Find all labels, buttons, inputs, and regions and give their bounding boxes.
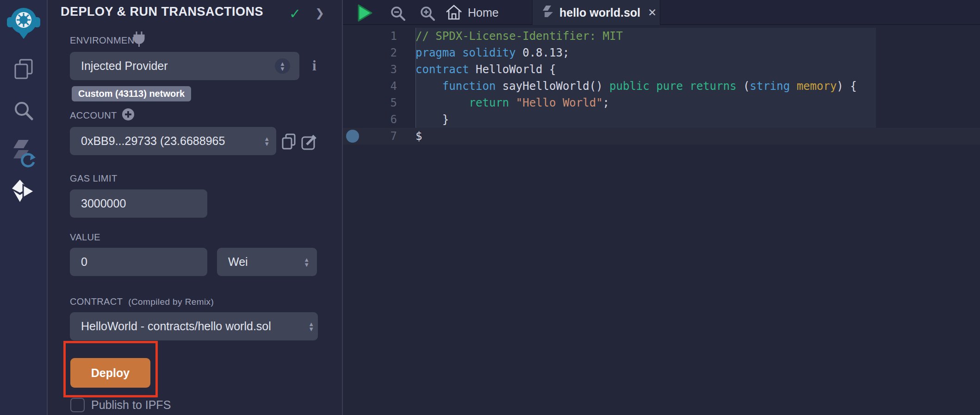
breakpoint-dot-icon[interactable] xyxy=(346,130,359,143)
line-number: 7 xyxy=(391,130,397,143)
activity-bar xyxy=(0,0,48,415)
contract-selected: HelloWorld - contracts/hello world.sol xyxy=(81,320,308,333)
run-script-play-icon[interactable] xyxy=(358,4,372,24)
edit-account-icon[interactable] xyxy=(301,133,318,152)
solidity-file-icon xyxy=(543,6,553,19)
value-amount: 0 xyxy=(81,255,87,269)
line-number: 1 xyxy=(391,30,397,43)
deploy-run-icon[interactable] xyxy=(0,180,47,202)
remix-logo xyxy=(6,4,41,39)
remix-ide-window: DEPLOY & RUN TRANSACTIONS ✓ ❯ ENVIRONMEN… xyxy=(0,0,980,415)
unit-stepper-icon: ▲▼ xyxy=(304,257,310,267)
code-line-text[interactable]: function sayHelloWorld() public pure ret… xyxy=(416,78,857,94)
line-number-gutter[interactable]: 1 xyxy=(343,28,416,44)
publish-ipfs-label: Publish to IPFS xyxy=(91,398,171,412)
gas-limit-label: GAS LIMIT xyxy=(70,173,118,184)
code-line-text[interactable]: $ xyxy=(416,128,422,145)
line-number: 6 xyxy=(391,113,397,126)
environment-info-icon[interactable]: i xyxy=(312,57,316,74)
code-lines: 1// SPDX-License-Identifier: MIT2pragma … xyxy=(343,28,980,145)
line-number-gutter[interactable]: 6 xyxy=(343,111,416,128)
code-editor: Home hello world.sol ✕ 1// SPDX-License-… xyxy=(343,0,980,415)
panel-expand-chevron-icon[interactable]: ❯ xyxy=(315,6,324,19)
home-icon xyxy=(446,5,462,20)
environment-label: ENVIRONMENT xyxy=(70,35,140,46)
tab-file-label: hello world.sol xyxy=(559,6,640,19)
line-number-gutter[interactable]: 2 xyxy=(343,44,416,61)
deploy-button[interactable]: Deploy xyxy=(70,358,150,388)
panel-title: DEPLOY & RUN TRANSACTIONS xyxy=(61,5,263,19)
zoom-out-icon[interactable] xyxy=(390,6,406,23)
line-number: 4 xyxy=(391,80,397,93)
environment-select[interactable]: Injected Provider ▲▼ xyxy=(70,52,299,80)
code-line-text[interactable]: return "Hello World"; xyxy=(416,94,609,111)
account-stepper-icon: ▲▼ xyxy=(264,136,270,146)
copy-account-icon[interactable] xyxy=(281,133,296,152)
account-selected: 0xBB9...29733 (23.6688965 xyxy=(81,134,264,148)
add-account-icon[interactable] xyxy=(122,108,135,123)
compile-success-check-icon: ✓ xyxy=(289,6,301,22)
network-badge: Custom (43113) network xyxy=(72,86,191,101)
environment-stepper-icon: ▲▼ xyxy=(275,58,290,74)
code-line[interactable]: 2pragma solidity 0.8.13; xyxy=(343,44,980,61)
code-line[interactable]: 4 function sayHelloWorld() public pure r… xyxy=(343,78,980,94)
code-line[interactable]: 1// SPDX-License-Identifier: MIT xyxy=(343,28,980,44)
value-label: VALUE xyxy=(70,232,100,243)
search-icon[interactable] xyxy=(0,101,47,121)
code-line-text[interactable]: contract HelloWorld { xyxy=(416,61,556,78)
environment-selected: Injected Provider xyxy=(81,59,288,73)
tab-home-label: Home xyxy=(468,6,499,19)
line-number: 5 xyxy=(391,96,397,109)
gas-limit-input[interactable]: 3000000 xyxy=(70,189,207,218)
code-line[interactable]: 3contract HelloWorld { xyxy=(343,61,980,78)
contract-label: CONTRACT (Compiled by Remix) xyxy=(70,296,214,307)
contract-stepper-icon: ▲▼ xyxy=(308,321,314,332)
tab-file[interactable]: hello world.sol ✕ xyxy=(532,0,660,25)
code-line-text[interactable]: // SPDX-License-Identifier: MIT xyxy=(416,28,623,44)
tab-close-icon[interactable]: ✕ xyxy=(648,6,657,19)
solidity-compiler-icon[interactable] xyxy=(0,139,47,168)
line-number-gutter[interactable]: 3 xyxy=(343,61,416,78)
value-unit-select[interactable]: Wei ▲▼ xyxy=(217,248,317,276)
line-number: 3 xyxy=(391,63,397,76)
gas-limit-value: 3000000 xyxy=(81,197,126,210)
code-line[interactable]: 7$ xyxy=(343,128,980,145)
line-number-gutter[interactable]: 5 xyxy=(343,94,416,111)
deploy-run-panel: DEPLOY & RUN TRANSACTIONS ✓ ❯ ENVIRONMEN… xyxy=(48,0,343,415)
code-line-text[interactable]: } xyxy=(416,111,449,128)
code-line[interactable]: 6 } xyxy=(343,111,980,128)
code-line[interactable]: 5 return "Hello World"; xyxy=(343,94,980,111)
code-line-text[interactable]: pragma solidity 0.8.13; xyxy=(416,44,569,61)
contract-select[interactable]: HelloWorld - contracts/hello world.sol ▲… xyxy=(70,312,318,340)
publish-ipfs-checkbox[interactable] xyxy=(70,398,85,412)
plug-icon xyxy=(132,31,146,49)
line-number-gutter[interactable]: 4 xyxy=(343,78,416,94)
account-label: ACCOUNT xyxy=(70,110,117,121)
remix-logo-icon[interactable] xyxy=(0,4,47,39)
line-number: 2 xyxy=(391,46,397,59)
value-input[interactable]: 0 xyxy=(70,248,207,276)
value-unit-selected: Wei xyxy=(228,255,304,269)
account-select[interactable]: 0xBB9...29733 (23.6688965 ▲▼ xyxy=(70,127,276,155)
contract-sublabel: (Compiled by Remix) xyxy=(128,297,214,307)
zoom-in-icon[interactable] xyxy=(420,6,435,23)
tab-home[interactable]: Home xyxy=(446,0,499,25)
editor-tabbar: Home hello world.sol ✕ xyxy=(343,0,980,25)
code-area[interactable]: 1// SPDX-License-Identifier: MIT2pragma … xyxy=(343,26,980,415)
file-explorer-icon[interactable] xyxy=(0,58,47,80)
line-number-gutter[interactable]: 7 xyxy=(343,128,416,145)
